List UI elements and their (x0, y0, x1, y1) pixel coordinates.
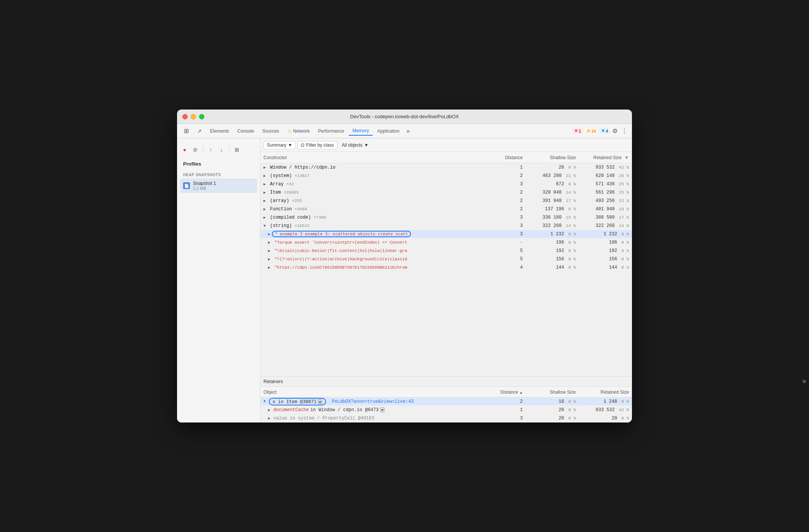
snapshot-size: 2.2 MB (193, 186, 216, 191)
td-retained: 1 232 0 % (579, 232, 632, 237)
tab-memory[interactable]: Memory (349, 127, 373, 136)
td-constructor: ▶ Function ×4689 (260, 207, 492, 212)
all-objects-button[interactable]: All objects ▼ (339, 141, 372, 149)
table-row[interactable]: ▶ "^(?!on|src|(?:action|archive|backgrou… (260, 255, 632, 263)
download-button[interactable]: ↓ (217, 145, 226, 154)
td-retained: 192 0 % (579, 248, 632, 253)
tab-network[interactable]: ⚠ Network (284, 127, 314, 135)
ret-td-distance: 2 (492, 399, 526, 404)
minimize-button[interactable] (191, 114, 196, 119)
td-constructor: ▶ (compiled code) ×7386 (260, 215, 492, 220)
snapshot-item[interactable]: 📄 Snapshot 1 2.2 MB (180, 178, 257, 193)
table-header: Constructor Distance Shallow Size Retain… (260, 152, 632, 163)
td-shallow: 196 0 % (526, 240, 579, 245)
summary-button[interactable]: Summary ▼ (263, 141, 296, 149)
table-row[interactable]: ▶ (compiled code) ×7386 3 336 180 15 % 3… (260, 213, 632, 222)
td-distance: 2 (492, 173, 526, 178)
td-retained: 322 260 14 % (579, 223, 632, 228)
table-row[interactable]: ▶ "\b(calc|cubic-bezier|fit-content|hsl|… (260, 247, 632, 255)
table-row[interactable]: ▶ Function ×4689 2 137 196 6 % 401 940 1… (260, 205, 632, 213)
td-constructor: ▶ (array) ×255 (260, 198, 492, 203)
record-button[interactable]: ● (180, 145, 189, 154)
th-retained: Retained Size ▼ (579, 155, 632, 160)
cancel-button[interactable]: ⊘ (191, 145, 200, 154)
more-options-icon[interactable]: ⋮ (620, 127, 629, 135)
ret-td-shallow: 20 0 % (526, 407, 579, 413)
table-row[interactable]: ▶ " example 3 example 3: scattered objec… (260, 230, 632, 238)
td-shallow: 1 232 0 % (526, 232, 579, 237)
retainers-section: Retainers ≡ Object Distance ▲ Shallow Si… (260, 376, 632, 422)
sort-icon: ▼ (624, 155, 629, 160)
snapshot-info: Snapshot 1 2.2 MB (193, 181, 216, 191)
error-badge[interactable]: ✕ 1 (572, 128, 583, 134)
upload-button[interactable]: ↑ (206, 145, 215, 154)
retainer-link[interactable]: PoLdbOX?anon=true&view=live:43 (332, 399, 414, 404)
td-constructor: ▶ "\b(calc|cubic-bezier|fit-content|hsl|… (260, 248, 492, 253)
table-row[interactable]: ▶ "Torque assert 'Convert<uintptr>(endIn… (260, 238, 632, 247)
td-shallow: 320 048 14 % (526, 190, 579, 195)
retainer-row[interactable]: ▶ documentCache in Window / cdpn.io @647… (260, 406, 632, 414)
toolbar-divider-2 (229, 146, 229, 153)
td-distance: 3 (492, 223, 526, 228)
td-distance: 5 (492, 248, 526, 253)
sidebar: ● ⊘ ↑ ↓ ⊞ Profiles HEAP SNAPSHOTS 📄 Snap… (177, 138, 260, 422)
warn-badge[interactable]: ⚠ 14 (585, 128, 598, 134)
retainer-row[interactable]: ▼ x in Item @38071 ▣ PoLdbOX?anon=true&v… (260, 397, 632, 406)
td-distance: 5 (492, 257, 526, 262)
tab-sources[interactable]: Sources (259, 127, 283, 135)
tab-console[interactable]: Console (234, 127, 258, 135)
heap-table-wrapper: Constructor Distance Shallow Size Retain… (260, 152, 632, 376)
title-bar: DevTools - codepen.io/web-dot-dev/live/P… (177, 110, 632, 124)
tab-elements[interactable]: Elements (206, 127, 233, 135)
td-constructor: ▼ (string) ×16542 (260, 223, 492, 228)
td-shallow: 391 948 17 % (526, 198, 579, 203)
td-constructor: ▶ "https://cdpn.io2AC766158D5B7507E17015… (260, 265, 492, 270)
close-button[interactable] (182, 114, 188, 119)
sidebar-toolbar: ● ⊘ ↑ ↓ ⊞ (180, 143, 257, 156)
tab-inspector-icon[interactable]: ⊞ (180, 126, 193, 136)
badge-group: ✕ 1 ⚠ 14 ✕ 4 (572, 128, 610, 134)
td-retained: 388 580 17 % (579, 215, 632, 220)
node-icon: ▣ (318, 399, 322, 404)
table-row[interactable]: ▶ Window / https://cdpn.io 1 20 0 % 933 … (260, 163, 632, 172)
tab-performance[interactable]: Performance (314, 127, 348, 135)
ret-th-object: Object (260, 390, 492, 395)
ret-th-retained: Retained Size (579, 390, 632, 395)
filter-button[interactable]: ⊡ Filter by class (297, 141, 337, 149)
maximize-button[interactable] (199, 114, 204, 119)
ret-td-distance: 3 (492, 416, 526, 421)
td-shallow: 144 0 % (526, 265, 579, 270)
table-row[interactable]: ▶ (array) ×255 2 391 948 17 % 493 256 22… (260, 197, 632, 205)
table-row[interactable]: ▼ (string) ×16542 3 322 260 14 % 322 260… (260, 222, 632, 230)
ret-td-retained: 20 0 % (579, 416, 632, 421)
table-row[interactable]: ▶ "https://cdpn.io2AC766158D5B7507E17015… (260, 263, 632, 272)
settings-icon[interactable]: ⚙ (611, 127, 619, 135)
td-shallow: 156 0 % (526, 257, 579, 262)
td-retained: 571 436 25 % (579, 182, 632, 187)
td-constructor: ▶ "^(?!on|src|(?:action|archive|backgrou… (260, 257, 492, 262)
traffic-lights (182, 114, 204, 119)
profiles-title: Profiles (180, 160, 257, 168)
td-retained: 620 148 28 % (579, 173, 632, 178)
td-retained: 196 0 % (579, 240, 632, 245)
more-tabs-button[interactable]: » (404, 128, 412, 135)
clear-button[interactable]: ⊞ (232, 145, 241, 154)
td-constructor: ▶ Window / https://cdpn.io (260, 165, 492, 170)
retainer-row[interactable]: ▶ value in system / PropertyCell @40163 … (260, 414, 632, 422)
retainers-table-header: Object Distance ▲ Shallow Size Retained … (260, 387, 632, 397)
td-retained: 401 940 18 % (579, 207, 632, 212)
td-constructor: ▶ (system) ×13817 (260, 173, 492, 178)
tab-application[interactable]: Application (373, 127, 403, 135)
td-retained: 561 296 25 % (579, 190, 632, 195)
td-distance: 2 (492, 190, 526, 195)
snapshot-name: Snapshot 1 (193, 181, 216, 186)
th-shallow: Shallow Size (526, 155, 579, 160)
table-row[interactable]: ▶ Array ×42 3 672 0 % 571 436 25 % (260, 180, 632, 188)
table-row[interactable]: ▶ (system) ×13817 2 463 280 21 % 620 148… (260, 172, 632, 180)
retainers-title: Retainers ≡ (260, 376, 632, 387)
th-constructor: Constructor (260, 155, 492, 160)
tab-cursor-icon[interactable]: ↗ (193, 127, 205, 136)
heap-data-table[interactable]: ▶ Window / https://cdpn.io 1 20 0 % 933 … (260, 163, 632, 376)
table-row[interactable]: ▶ Item ×20003 2 320 048 14 % 561 296 25 … (260, 188, 632, 197)
info-badge[interactable]: ✕ 4 (599, 128, 610, 134)
